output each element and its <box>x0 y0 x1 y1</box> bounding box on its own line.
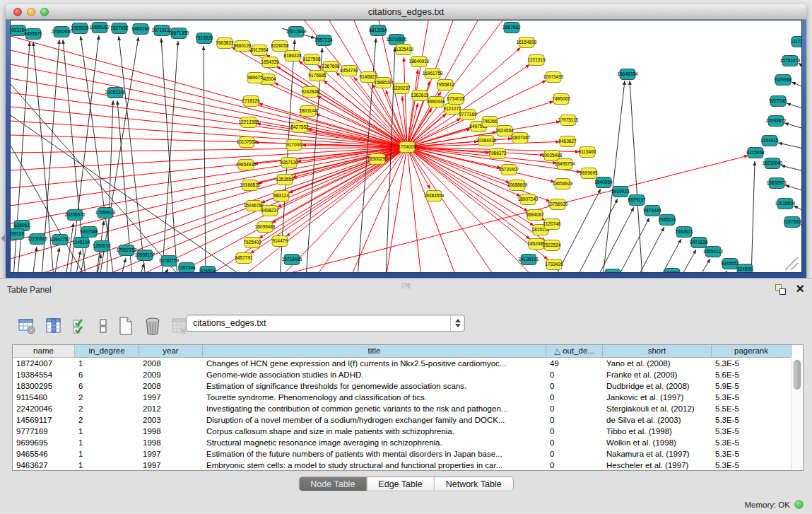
vertical-scrollbar[interactable] <box>792 358 802 469</box>
table-cell[interactable]: 5.3E-5 <box>712 414 792 426</box>
table-cell[interactable]: 22420046 <box>13 403 75 414</box>
canvas-resize-handle[interactable] <box>785 257 798 270</box>
table-cell[interactable]: 0 <box>546 460 603 471</box>
table-row[interactable]: 946362711997Embryonic stem cells: a mode… <box>13 460 803 471</box>
tab-network-table[interactable]: Network Table <box>435 477 513 491</box>
table-cell[interactable]: Investigating the contribution of common… <box>203 403 546 414</box>
table-cell[interactable]: 5.3E-5 <box>712 358 792 369</box>
table-row[interactable]: 1830029562008Estimation of significance … <box>13 380 803 392</box>
float-panel-icon[interactable] <box>775 284 786 295</box>
table-cell[interactable]: 19384554 <box>13 369 75 380</box>
table-cell[interactable]: 1 <box>75 437 139 448</box>
table-cell[interactable]: Structural magnetic resonance image aver… <box>203 437 546 448</box>
table-cell[interactable]: Dudbridge et al. (2008) <box>603 380 712 392</box>
column-header-pagerank[interactable]: pagerank <box>712 345 792 358</box>
table-cell[interactable]: Changes of HCN gene expression and I(f) … <box>203 358 546 369</box>
table-row[interactable]: 911546021997Tourette syndrome. Phenomeno… <box>13 392 803 403</box>
table-row[interactable]: 1938455462009Genome-wide association stu… <box>13 369 803 380</box>
table-cell[interactable]: 1 <box>75 460 139 471</box>
table-cell[interactable]: 5.3E-5 <box>712 448 792 460</box>
table-cell[interactable]: Nakamura et al. (1997) <box>603 448 712 460</box>
table-cell[interactable]: Tibbo et al. (1998) <box>603 426 712 437</box>
table-cell[interactable]: 2 <box>75 403 139 414</box>
table-cell[interactable]: 5.9E-5 <box>712 380 792 392</box>
table-cell[interactable]: 0 <box>546 414 603 426</box>
table-cell[interactable]: 14569117 <box>13 414 75 426</box>
table-cell[interactable]: 9465546 <box>13 448 75 460</box>
table-cell[interactable]: 6 <box>75 380 139 392</box>
table-cell[interactable]: 2003 <box>139 414 203 426</box>
network-canvas[interactable]: 2003154940557127691406106552810655287152… <box>10 20 802 273</box>
table-cell[interactable]: 2009 <box>139 369 203 380</box>
table-cell[interactable]: 1 <box>75 426 139 437</box>
show-columns-button[interactable] <box>44 316 64 336</box>
table-cell[interactable]: 1998 <box>139 437 203 448</box>
table-cell[interactable]: 2 <box>75 414 139 426</box>
table-cell[interactable]: Yano et al. (2008) <box>603 358 712 369</box>
combo-stepper-icon[interactable] <box>450 315 464 331</box>
window-titlebar[interactable]: citations_edges.txt <box>6 4 806 20</box>
table-cell[interactable]: 9115460 <box>13 392 75 403</box>
table-cell[interactable]: 2008 <box>139 358 203 369</box>
table-cell[interactable]: 1998 <box>139 426 203 437</box>
table-cell[interactable]: Jankovic et al. (1997) <box>603 392 712 403</box>
scrollbar-thumb[interactable] <box>794 360 801 390</box>
table-cell[interactable]: 0 <box>546 380 603 392</box>
table-cell[interactable]: 5.5E-5 <box>712 403 792 414</box>
table-cell[interactable]: 5.3E-5 <box>712 460 792 471</box>
row-height-button[interactable] <box>98 316 109 336</box>
column-header-out-de-[interactable]: △ out_de... <box>546 345 603 358</box>
memory-ok-indicator[interactable] <box>794 500 804 509</box>
column-header-in-degree[interactable]: in_degree <box>75 345 139 358</box>
table-cell[interactable]: 0 <box>546 426 603 437</box>
table-cell[interactable]: 2 <box>75 392 139 403</box>
table-cell[interactable]: 1997 <box>139 460 203 471</box>
table-cell[interactable]: Tourette syndrome. Phenomenology and cla… <box>203 392 546 403</box>
select-columns-button[interactable] <box>71 316 90 336</box>
table-cell[interactable]: 1 <box>75 448 139 460</box>
table-cell[interactable]: 18724007 <box>13 358 75 369</box>
close-panel-icon[interactable]: ✕ <box>796 284 805 295</box>
table-cell[interactable]: Estimation of the future numbers of pati… <box>203 448 546 460</box>
table-cell[interactable]: Embryonic stem cells: a model to study s… <box>203 460 546 471</box>
table-cell[interactable]: 0 <box>546 448 603 460</box>
column-header-year[interactable]: year <box>139 345 203 358</box>
table-cell[interactable]: 1 <box>75 358 139 369</box>
table-cell[interactable]: Estimation of significance thresholds fo… <box>203 380 546 392</box>
table-cell[interactable]: 2012 <box>139 403 203 414</box>
table-cell[interactable]: 9699695 <box>13 437 75 448</box>
table-cell[interactable]: Franke et al. (2009) <box>603 369 712 380</box>
table-cell[interactable]: 5.6E-5 <box>712 369 792 380</box>
tab-edge-table[interactable]: Edge Table <box>367 477 434 491</box>
table-cell[interactable]: Wolkin et al. (1998) <box>603 437 712 448</box>
table-cell[interactable]: de Silva et al. (2003) <box>603 414 712 426</box>
table-cell[interactable]: 1997 <box>139 448 203 460</box>
table-row[interactable]: 1872400712008Changes of HCN gene express… <box>13 358 803 369</box>
table-cell[interactable]: 49 <box>546 358 603 369</box>
table-cell[interactable]: 9777169 <box>13 426 75 437</box>
table-cell[interactable]: 1997 <box>139 392 203 403</box>
table-settings-button[interactable] <box>17 316 37 336</box>
table-cell[interactable]: Hescheler et al. (1997) <box>603 460 712 471</box>
table-cell[interactable]: 0 <box>546 369 603 380</box>
table-cell[interactable]: 18300295 <box>13 380 75 392</box>
table-row[interactable]: 977716911998Corpus callosum shape and si… <box>13 426 803 437</box>
table-cell[interactable]: 5.3E-5 <box>712 426 792 437</box>
column-header-name[interactable]: name <box>13 345 75 358</box>
table-cell[interactable]: Stergiakouli et al. (2012) <box>603 403 712 414</box>
table-cell[interactable]: 5.3E-5 <box>712 437 792 448</box>
table-cell[interactable]: 0 <box>546 392 603 403</box>
table-cell[interactable]: 0 <box>546 403 603 414</box>
table-row[interactable]: 1456911722003Disruption of a novel membe… <box>13 414 803 426</box>
table-cell[interactable]: 9463627 <box>13 460 75 471</box>
table-row[interactable]: 969969511998Structural magnetic resonanc… <box>13 437 803 448</box>
table-select[interactable]: citations_edges.txt <box>186 315 465 332</box>
table-cell[interactable]: 2008 <box>139 380 203 392</box>
new-table-button[interactable] <box>116 316 136 336</box>
tab-node-table[interactable]: Node Table <box>299 477 367 491</box>
table-cell[interactable]: 5.3E-5 <box>712 392 792 403</box>
table-row[interactable]: 2242004622012Investigating the contribut… <box>13 403 803 414</box>
table-cell[interactable]: Corpus callosum shape and size in male p… <box>203 426 546 437</box>
column-header-title[interactable]: title <box>203 345 546 358</box>
delete-rows-button[interactable] <box>143 316 163 336</box>
